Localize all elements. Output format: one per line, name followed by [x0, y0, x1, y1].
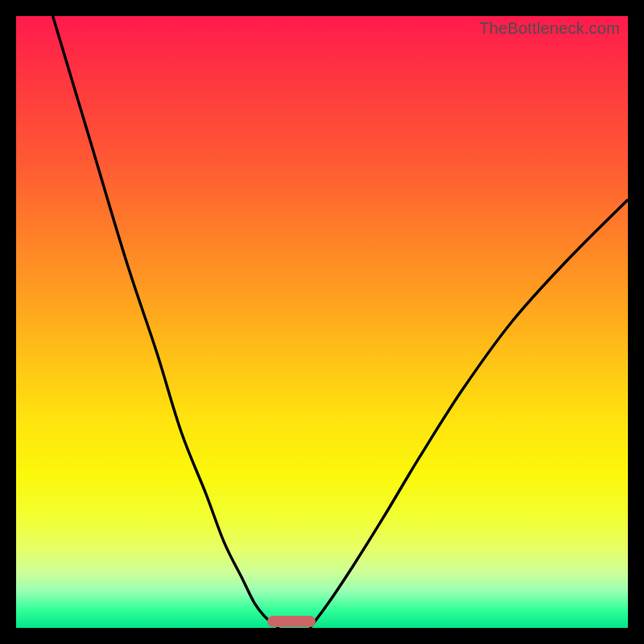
chart-frame: TheBottleneck.com: [0, 0, 644, 644]
plot-area: TheBottleneck.com: [16, 16, 628, 628]
right-curve: [310, 200, 628, 628]
bottleneck-marker: [267, 616, 316, 627]
curves-svg: [16, 16, 628, 628]
left-curve: [53, 16, 279, 628]
